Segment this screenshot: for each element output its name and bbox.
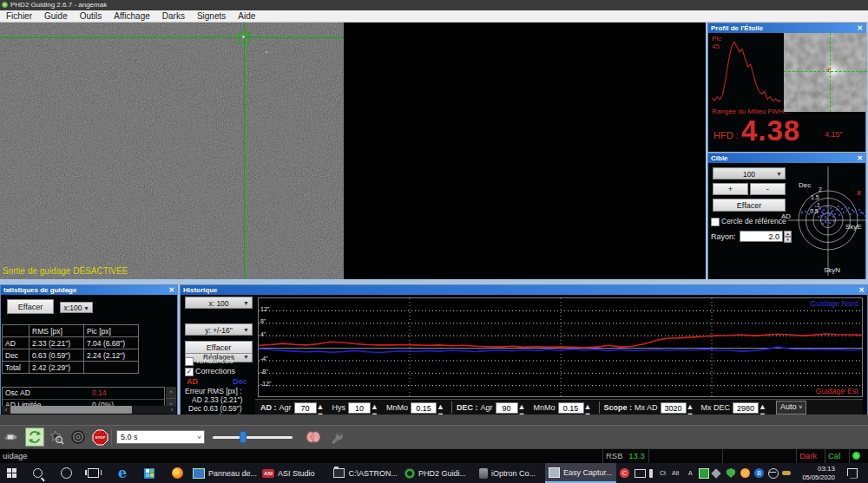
zoom-in-button[interactable]: + — [713, 183, 748, 195]
taskbar-asi-studio[interactable]: ASI ASI Studio — [262, 463, 325, 483]
menu-signets[interactable]: Signets — [191, 10, 232, 23]
lock-crosshair-vertical — [244, 23, 245, 279]
target-panel: Cible ✕ 100▼ + - Effacer Cercle de référ… — [707, 153, 866, 279]
connect-equipment-button[interactable] — [3, 428, 23, 447]
auto-select-star-button[interactable] — [47, 428, 66, 447]
ring-label-1: 1 — [817, 202, 820, 208]
history-graph[interactable]: 12" 8" 4" -4" -8" -12" Guidage Nord Guid… — [258, 297, 863, 397]
gamma-slider-thumb[interactable] — [240, 431, 247, 443]
menu-aide[interactable]: Aide — [232, 10, 261, 23]
stop-button[interactable]: STOP — [90, 428, 109, 447]
rms-ad: AD 2.33 (2.21") — [192, 395, 242, 404]
taskbar-explorer[interactable]: C:\ASTRON... — [333, 463, 398, 483]
history-caption[interactable]: Historique ✕ — [181, 285, 867, 295]
cortana-button[interactable] — [61, 463, 72, 483]
camera-frame-area[interactable]: Sortie de guidage DÉSACTIVÉE — [0, 23, 706, 279]
menu-affichage[interactable]: Affichage — [108, 10, 156, 23]
stats-hscrollbar[interactable]: ‹ › — [2, 406, 176, 414]
hysteresis-stepper[interactable]: 10▲▼ — [348, 402, 378, 414]
history-xscale-select[interactable]: x: 100▼ — [185, 297, 253, 309]
menu-darks[interactable]: Darks — [156, 10, 191, 23]
taskbar-panneau[interactable]: Panneau de... — [193, 463, 259, 483]
tray-diamond-app[interactable] — [713, 463, 720, 483]
history-clear-button[interactable]: Effacer — [185, 341, 253, 354]
stats-clear-button[interactable]: Effacer — [7, 299, 54, 314]
search-button[interactable] — [33, 463, 43, 483]
menu-bar: FichierGuideOutilsAffichageDarksSignetsA… — [0, 10, 868, 23]
star-profile-caption[interactable]: Profil de l'Étoile ✕ — [708, 23, 865, 33]
tray-misc[interactable] — [782, 463, 791, 483]
guide-star[interactable] — [242, 36, 245, 38]
exposure-select[interactable]: 5.0 s ˅ — [116, 430, 205, 444]
reference-circle-checkbox[interactable] — [711, 218, 720, 226]
stats-title: tatistiques de guidage — [3, 286, 76, 294]
target-clear-button[interactable]: Effacer — [713, 199, 786, 212]
start-button[interactable] — [7, 463, 16, 483]
dec-axis-label: Dec — [799, 181, 811, 189]
tray-usb[interactable] — [649, 463, 653, 483]
loop-exposures-button[interactable] — [25, 428, 44, 447]
spin-up-icon: ▲ — [584, 402, 592, 411]
spin-up-icon: ▲ — [371, 402, 378, 411]
action-center-button[interactable] — [847, 463, 858, 483]
task-view-button[interactable] — [88, 463, 99, 483]
dec-mode-select[interactable]: Auto ˅ — [776, 401, 806, 414]
history-yscale-select[interactable]: y: +/-16"▼ — [185, 323, 253, 336]
gamma-slider-track[interactable] — [213, 436, 293, 439]
ad-minmove-stepper[interactable]: 0.15▲▼ — [411, 402, 444, 414]
phd2-app-window: PHD2 Guiding 2.6.7 - angemak FichierGuid… — [0, 0, 868, 483]
rms-header: Erreur RMS [px] : — [185, 387, 242, 395]
close-icon[interactable]: ✕ — [168, 285, 174, 295]
trends-checkbox[interactable] — [185, 357, 194, 366]
tray-ct[interactable]: Ct — [660, 463, 666, 483]
tray-ccleaner[interactable]: C — [620, 463, 629, 483]
tray-defender[interactable] — [727, 463, 735, 483]
edge-button[interactable]: e — [118, 463, 127, 483]
dec-minmove-stepper[interactable]: 0.15▲▼ — [558, 402, 592, 414]
menu-guide[interactable]: Guide — [38, 10, 74, 23]
brain-settings-button[interactable] — [304, 428, 323, 447]
corrections-checkbox[interactable]: ✓ — [185, 368, 194, 376]
close-icon[interactable]: ✕ — [857, 23, 863, 33]
max-dec-stepper[interactable]: 2980▲▼ — [733, 402, 766, 414]
history-graph-svg — [259, 298, 862, 396]
target-zoom-select[interactable]: 100▼ — [713, 167, 786, 179]
field-star — [266, 51, 267, 53]
taskbar-easycapture[interactable]: Easy Captur... — [545, 463, 616, 483]
ad-aggression-stepper[interactable]: 70▲▼ — [294, 402, 325, 414]
max-ra-stepper[interactable]: 3020▲▼ — [661, 402, 694, 414]
taskbar-ioptron[interactable]: iOptron Co... — [479, 463, 540, 483]
taskbar-phd2[interactable]: PHD2 Guidi... — [404, 463, 470, 483]
dec-aggression-stepper[interactable]: 90▲▼ — [496, 402, 526, 414]
windows-taskbar: e Panneau de... ASI ASI Studio C:\ASTRON… — [0, 463, 868, 483]
zoom-out-button[interactable]: - — [750, 183, 786, 195]
stats-scale-select[interactable]: x:100▼ — [60, 302, 93, 313]
camera-settings-button[interactable] — [326, 428, 345, 447]
store-button[interactable] — [144, 463, 155, 483]
taskbar-clock[interactable]: 03:13 05/05/2020 — [795, 463, 835, 483]
tray-green-app[interactable] — [699, 463, 709, 483]
radius-input[interactable]: 2.0 — [740, 231, 783, 242]
start-guiding-button[interactable] — [69, 428, 88, 447]
close-icon[interactable]: ✕ — [858, 285, 865, 295]
menu-outils[interactable]: Outils — [74, 10, 108, 23]
tray-alt[interactable]: Alt — [672, 463, 679, 483]
stats-caption[interactable]: tatistiques de guidage ✕ — [1, 285, 177, 295]
tray-lang[interactable]: A — [688, 463, 693, 483]
dec-mnmo-label: MnMo — [534, 403, 556, 412]
chevron-down-icon: ˅ — [799, 404, 802, 410]
tray-orange-app[interactable] — [740, 463, 750, 483]
target-caption[interactable]: Cible ✕ — [708, 153, 865, 163]
close-icon[interactable]: ✕ — [857, 153, 863, 163]
separator — [111, 428, 112, 446]
menu-fichier[interactable]: Fichier — [0, 10, 38, 23]
tray-display[interactable] — [635, 463, 646, 483]
scroll-right-icon: › — [168, 406, 176, 414]
firefox-button[interactable] — [172, 463, 183, 483]
tray-bluetooth[interactable]: B — [754, 463, 764, 483]
star-thumbnail: + — [784, 33, 867, 112]
tray-network[interactable] — [768, 463, 779, 483]
field-star — [156, 153, 157, 153]
green-square-icon — [699, 468, 709, 479]
hys-label: Hys — [332, 403, 346, 412]
